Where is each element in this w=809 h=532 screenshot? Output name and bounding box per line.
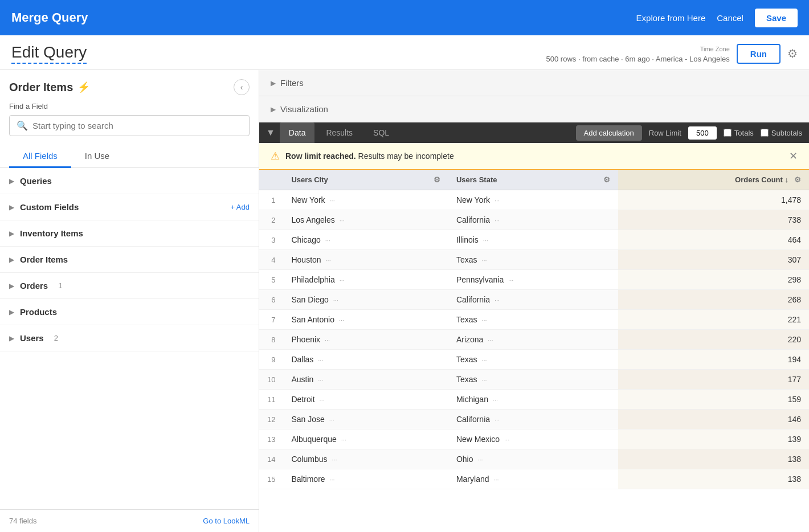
city-ellipsis[interactable]: ··· — [325, 337, 330, 343]
tab-all-fields[interactable]: All Fields — [9, 145, 71, 168]
field-group-order-items-header[interactable]: ▶ Order Items — [0, 247, 259, 272]
tab-in-use[interactable]: In Use — [71, 145, 123, 168]
cell-city: Phoenix ··· — [283, 330, 448, 350]
col-users-state[interactable]: Users State ⚙ — [448, 170, 618, 190]
cell-orders: 194 — [618, 350, 809, 370]
table-row: 10Austin ···Texas ···177 — [259, 370, 809, 390]
field-group-inventory-header[interactable]: ▶ Inventory Items — [0, 220, 259, 246]
field-group-custom-header[interactable]: ▶ Custom Fields + Add — [0, 194, 259, 220]
save-button[interactable]: Save — [755, 9, 798, 27]
col-state-gear-icon[interactable]: ⚙ — [603, 175, 610, 184]
field-group-queries-header[interactable]: ▶ Queries — [0, 168, 259, 194]
col-users-city[interactable]: Users City ⚙ — [283, 170, 448, 190]
field-group-products-header[interactable]: ▶ Products — [0, 299, 259, 325]
state-ellipsis[interactable]: ··· — [481, 377, 487, 383]
state-ellipsis[interactable]: ··· — [495, 217, 500, 224]
cell-orders: 159 — [618, 390, 809, 410]
subtotals-checkbox-label[interactable]: Subtotals — [761, 129, 802, 137]
header-actions: Explore from Here Cancel Save — [636, 9, 798, 27]
field-group-users-header[interactable]: ▶ Users 2 — [0, 325, 259, 351]
cell-orders: 138 — [618, 449, 809, 469]
state-ellipsis[interactable]: ··· — [495, 416, 500, 423]
state-ellipsis[interactable]: ··· — [481, 317, 487, 324]
state-ellipsis[interactable]: ··· — [481, 257, 487, 264]
search-icon: 🔍 — [17, 120, 28, 131]
sidebar-title-row: Order Items ⚡ ‹ — [9, 79, 250, 95]
cancel-link[interactable]: Cancel — [717, 13, 743, 23]
cell-state: Texas ··· — [448, 350, 618, 370]
search-input[interactable] — [32, 121, 242, 130]
field-group-name: Custom Fields — [20, 202, 79, 212]
city-ellipsis[interactable]: ··· — [340, 277, 345, 284]
totals-checkbox[interactable] — [724, 129, 732, 137]
state-ellipsis[interactable]: ··· — [488, 337, 493, 343]
add-calculation-button[interactable]: Add calculation — [576, 125, 642, 141]
run-button[interactable]: Run — [737, 44, 781, 64]
close-warning-button[interactable]: ✕ — [789, 150, 798, 162]
city-ellipsis[interactable]: ··· — [341, 436, 346, 443]
state-ellipsis[interactable]: ··· — [493, 396, 498, 403]
state-ellipsis[interactable]: ··· — [504, 436, 509, 443]
table-row: 5Philadelphia ···Pennsylvania ···298 — [259, 270, 809, 290]
filters-header[interactable]: ▶ Filters — [259, 70, 809, 96]
sidebar-title-text: Order Items — [9, 81, 73, 94]
totals-checkbox-label[interactable]: Totals — [724, 129, 754, 137]
add-custom-field-link[interactable]: + Add — [230, 203, 250, 211]
row-limit-input[interactable] — [688, 126, 717, 140]
tab-sql[interactable]: SQL — [364, 122, 398, 143]
state-ellipsis[interactable]: ··· — [508, 277, 513, 284]
cell-row-num: 11 — [259, 390, 283, 410]
tab-data[interactable]: Data — [280, 122, 315, 143]
tab-results[interactable]: Results — [317, 122, 362, 143]
go-to-lookml-link[interactable]: Go to LookML — [203, 517, 250, 525]
city-ellipsis[interactable]: ··· — [333, 297, 338, 304]
warning-rest: Results may be incomplete — [356, 152, 454, 161]
state-ellipsis[interactable]: ··· — [481, 357, 487, 363]
cell-city: Houston ··· — [283, 250, 448, 270]
explore-from-here-link[interactable]: Explore from Here — [636, 13, 706, 23]
cell-city: New York ··· — [283, 190, 448, 210]
cell-state: Maryland ··· — [448, 469, 618, 489]
city-ellipsis[interactable]: ··· — [326, 257, 331, 264]
state-ellipsis[interactable]: ··· — [495, 197, 500, 204]
city-ellipsis[interactable]: ··· — [340, 217, 345, 224]
visualization-header[interactable]: ▶ Visualization — [259, 96, 809, 122]
city-ellipsis[interactable]: ··· — [318, 357, 323, 363]
state-ellipsis[interactable]: ··· — [477, 456, 483, 463]
field-tabs: All Fields In Use — [0, 145, 259, 168]
city-ellipsis[interactable]: ··· — [329, 416, 334, 423]
state-ellipsis[interactable]: ··· — [483, 237, 488, 244]
sidebar-header: Order Items ⚡ ‹ Find a Field 🔍 — [0, 70, 259, 145]
cell-row-num: 8 — [259, 330, 283, 350]
city-ellipsis[interactable]: ··· — [318, 377, 323, 383]
city-ellipsis[interactable]: ··· — [325, 237, 330, 244]
city-ellipsis[interactable]: ··· — [332, 456, 337, 463]
col-orders-count[interactable]: Orders Count ↓ ⚙ — [618, 170, 809, 190]
settings-icon[interactable]: ⚙ — [787, 47, 798, 60]
timezone-label[interactable]: Time Zone — [700, 46, 730, 52]
cell-orders: 146 — [618, 410, 809, 429]
city-ellipsis[interactable]: ··· — [320, 396, 325, 403]
field-group-products: ▶ Products — [0, 299, 259, 325]
city-ellipsis[interactable]: ··· — [330, 197, 335, 204]
col-orders-gear-icon[interactable]: ⚙ — [794, 175, 801, 184]
cell-state: Ohio ··· — [448, 449, 618, 469]
warning-icon: ⚠ — [271, 150, 280, 162]
field-group-custom-left: ▶ Custom Fields — [9, 202, 79, 212]
chevron-icon: ▶ — [9, 256, 14, 264]
field-group-orders-header[interactable]: ▶ Orders 1 — [0, 273, 259, 298]
state-ellipsis[interactable]: ··· — [493, 476, 499, 483]
subtotals-checkbox[interactable] — [761, 129, 769, 137]
cell-city: Philadelphia ··· — [283, 270, 448, 290]
city-ellipsis[interactable]: ··· — [330, 476, 335, 483]
table-row: 7San Antonio ···Texas ···221 — [259, 310, 809, 330]
collapse-sidebar-button[interactable]: ‹ — [234, 79, 250, 95]
col-city-label: Users City — [291, 175, 328, 184]
totals-label: Totals — [734, 129, 754, 137]
visualization-section: ▶ Visualization — [259, 96, 809, 122]
city-ellipsis[interactable]: ··· — [339, 317, 344, 324]
cell-row-num: 4 — [259, 250, 283, 270]
state-ellipsis[interactable]: ··· — [495, 297, 500, 304]
row-limit-label: Row Limit — [649, 129, 681, 137]
col-city-gear-icon[interactable]: ⚙ — [434, 175, 440, 184]
